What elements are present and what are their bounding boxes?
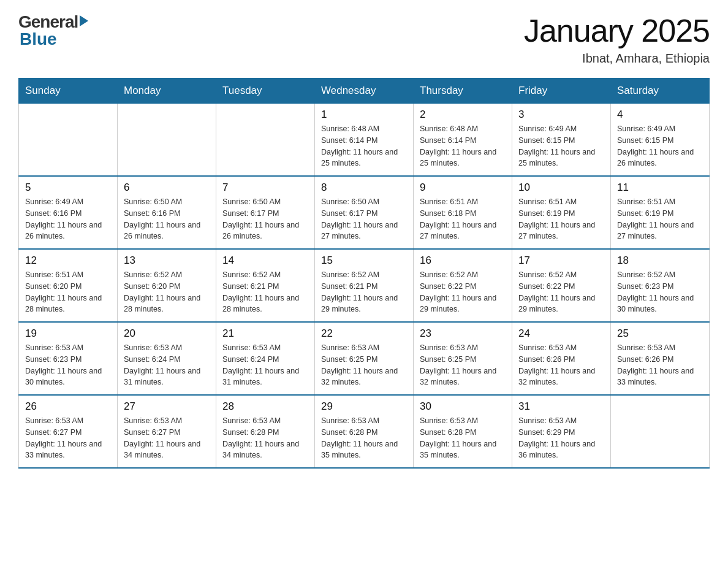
calendar-cell: 29Sunrise: 6:53 AM Sunset: 6:28 PM Dayli… [315, 395, 414, 468]
calendar-cell: 21Sunrise: 6:53 AM Sunset: 6:24 PM Dayli… [216, 322, 315, 395]
day-number: 12 [25, 255, 111, 267]
calendar-cell: 20Sunrise: 6:53 AM Sunset: 6:24 PM Dayli… [118, 322, 216, 395]
day-number: 22 [321, 327, 407, 340]
day-info: Sunrise: 6:49 AM Sunset: 6:15 PM Dayligh… [518, 123, 604, 169]
calendar-cell: 9Sunrise: 6:51 AM Sunset: 6:18 PM Daylig… [414, 176, 512, 249]
calendar-cell: 14Sunrise: 6:52 AM Sunset: 6:21 PM Dayli… [216, 249, 315, 322]
day-info: Sunrise: 6:53 AM Sunset: 6:28 PM Dayligh… [222, 415, 308, 461]
calendar-cell: 22Sunrise: 6:53 AM Sunset: 6:25 PM Dayli… [315, 322, 414, 395]
calendar-cell: 26Sunrise: 6:53 AM Sunset: 6:27 PM Dayli… [19, 395, 118, 468]
week-row-2: 5Sunrise: 6:49 AM Sunset: 6:16 PM Daylig… [19, 176, 710, 249]
day-number: 9 [420, 182, 506, 194]
day-info: Sunrise: 6:49 AM Sunset: 6:15 PM Dayligh… [617, 123, 703, 169]
calendar-cell [118, 104, 216, 177]
calendar-body: 1Sunrise: 6:48 AM Sunset: 6:14 PM Daylig… [19, 104, 710, 469]
calendar-cell: 10Sunrise: 6:51 AM Sunset: 6:19 PM Dayli… [512, 176, 611, 249]
day-number: 29 [321, 400, 407, 413]
day-number: 17 [518, 255, 604, 267]
day-number: 19 [25, 327, 111, 340]
day-number: 11 [617, 182, 703, 194]
calendar-cell: 4Sunrise: 6:49 AM Sunset: 6:15 PM Daylig… [611, 104, 710, 177]
calendar-cell: 23Sunrise: 6:53 AM Sunset: 6:25 PM Dayli… [414, 322, 512, 395]
calendar-cell: 1Sunrise: 6:48 AM Sunset: 6:14 PM Daylig… [315, 104, 414, 177]
day-info: Sunrise: 6:51 AM Sunset: 6:20 PM Dayligh… [25, 269, 111, 315]
day-number: 16 [420, 255, 506, 267]
day-info: Sunrise: 6:51 AM Sunset: 6:18 PM Dayligh… [420, 196, 506, 242]
day-number: 24 [518, 327, 604, 340]
calendar-cell: 7Sunrise: 6:50 AM Sunset: 6:17 PM Daylig… [216, 176, 315, 249]
calendar-cell: 12Sunrise: 6:51 AM Sunset: 6:20 PM Dayli… [19, 249, 118, 322]
calendar-cell: 27Sunrise: 6:53 AM Sunset: 6:27 PM Dayli… [118, 395, 216, 468]
day-number: 7 [222, 182, 308, 194]
day-number: 15 [321, 255, 407, 267]
day-info: Sunrise: 6:52 AM Sunset: 6:20 PM Dayligh… [124, 269, 210, 315]
day-number: 14 [222, 255, 308, 267]
day-info: Sunrise: 6:53 AM Sunset: 6:25 PM Dayligh… [420, 342, 506, 388]
day-info: Sunrise: 6:53 AM Sunset: 6:24 PM Dayligh… [124, 342, 210, 388]
logo: General Blue [18, 12, 88, 49]
day-number: 3 [518, 109, 604, 121]
calendar-cell: 31Sunrise: 6:53 AM Sunset: 6:29 PM Dayli… [512, 395, 611, 468]
calendar-cell: 16Sunrise: 6:52 AM Sunset: 6:22 PM Dayli… [414, 249, 512, 322]
day-number: 27 [124, 400, 210, 413]
week-row-4: 19Sunrise: 6:53 AM Sunset: 6:23 PM Dayli… [19, 322, 710, 395]
calendar-header: SundayMondayTuesdayWednesdayThursdayFrid… [19, 79, 710, 104]
day-number: 5 [25, 182, 111, 194]
day-info: Sunrise: 6:53 AM Sunset: 6:27 PM Dayligh… [124, 415, 210, 461]
page-header: General Blue January 2025 Ibnat, Amhara,… [18, 12, 710, 66]
header-day-monday: Monday [118, 79, 216, 104]
calendar-cell: 3Sunrise: 6:49 AM Sunset: 6:15 PM Daylig… [512, 104, 611, 177]
day-info: Sunrise: 6:49 AM Sunset: 6:16 PM Dayligh… [25, 196, 111, 242]
day-number: 23 [420, 327, 506, 340]
day-number: 4 [617, 109, 703, 121]
header-day-friday: Friday [512, 79, 611, 104]
day-number: 18 [617, 255, 703, 267]
day-info: Sunrise: 6:52 AM Sunset: 6:22 PM Dayligh… [420, 269, 506, 315]
day-number: 28 [222, 400, 308, 413]
day-number: 31 [518, 400, 604, 413]
day-info: Sunrise: 6:52 AM Sunset: 6:21 PM Dayligh… [222, 269, 308, 315]
calendar-table: SundayMondayTuesdayWednesdayThursdayFrid… [18, 78, 710, 469]
day-number: 10 [518, 182, 604, 194]
title-section: January 2025 Ibnat, Amhara, Ethiopia [524, 12, 710, 66]
day-info: Sunrise: 6:48 AM Sunset: 6:14 PM Dayligh… [420, 123, 506, 169]
day-info: Sunrise: 6:53 AM Sunset: 6:28 PM Dayligh… [321, 415, 407, 461]
day-info: Sunrise: 6:53 AM Sunset: 6:26 PM Dayligh… [617, 342, 703, 388]
day-info: Sunrise: 6:51 AM Sunset: 6:19 PM Dayligh… [518, 196, 604, 242]
calendar-cell: 15Sunrise: 6:52 AM Sunset: 6:21 PM Dayli… [315, 249, 414, 322]
calendar-cell [19, 104, 118, 177]
day-number: 13 [124, 255, 210, 267]
header-day-thursday: Thursday [414, 79, 512, 104]
day-info: Sunrise: 6:52 AM Sunset: 6:21 PM Dayligh… [321, 269, 407, 315]
calendar-title: January 2025 [524, 12, 710, 49]
header-day-saturday: Saturday [611, 79, 710, 104]
calendar-cell: 24Sunrise: 6:53 AM Sunset: 6:26 PM Dayli… [512, 322, 611, 395]
week-row-1: 1Sunrise: 6:48 AM Sunset: 6:14 PM Daylig… [19, 104, 710, 177]
day-info: Sunrise: 6:50 AM Sunset: 6:17 PM Dayligh… [222, 196, 308, 242]
day-number: 20 [124, 327, 210, 340]
calendar-cell [611, 395, 710, 468]
day-info: Sunrise: 6:53 AM Sunset: 6:25 PM Dayligh… [321, 342, 407, 388]
day-info: Sunrise: 6:53 AM Sunset: 6:26 PM Dayligh… [518, 342, 604, 388]
calendar-cell: 17Sunrise: 6:52 AM Sunset: 6:22 PM Dayli… [512, 249, 611, 322]
day-number: 26 [25, 400, 111, 413]
day-info: Sunrise: 6:52 AM Sunset: 6:23 PM Dayligh… [617, 269, 703, 315]
day-info: Sunrise: 6:50 AM Sunset: 6:17 PM Dayligh… [321, 196, 407, 242]
day-info: Sunrise: 6:52 AM Sunset: 6:22 PM Dayligh… [518, 269, 604, 315]
day-number: 25 [617, 327, 703, 340]
calendar-cell: 18Sunrise: 6:52 AM Sunset: 6:23 PM Dayli… [611, 249, 710, 322]
day-info: Sunrise: 6:53 AM Sunset: 6:23 PM Dayligh… [25, 342, 111, 388]
calendar-cell: 11Sunrise: 6:51 AM Sunset: 6:19 PM Dayli… [611, 176, 710, 249]
day-info: Sunrise: 6:53 AM Sunset: 6:24 PM Dayligh… [222, 342, 308, 388]
day-info: Sunrise: 6:48 AM Sunset: 6:14 PM Dayligh… [321, 123, 407, 169]
calendar-cell [216, 104, 315, 177]
day-number: 2 [420, 109, 506, 121]
header-row: SundayMondayTuesdayWednesdayThursdayFrid… [19, 79, 710, 104]
logo-arrow-icon [80, 15, 88, 26]
day-number: 1 [321, 109, 407, 121]
header-day-sunday: Sunday [19, 79, 118, 104]
day-info: Sunrise: 6:53 AM Sunset: 6:28 PM Dayligh… [420, 415, 506, 461]
day-number: 6 [124, 182, 210, 194]
week-row-5: 26Sunrise: 6:53 AM Sunset: 6:27 PM Dayli… [19, 395, 710, 468]
day-info: Sunrise: 6:53 AM Sunset: 6:27 PM Dayligh… [25, 415, 111, 461]
